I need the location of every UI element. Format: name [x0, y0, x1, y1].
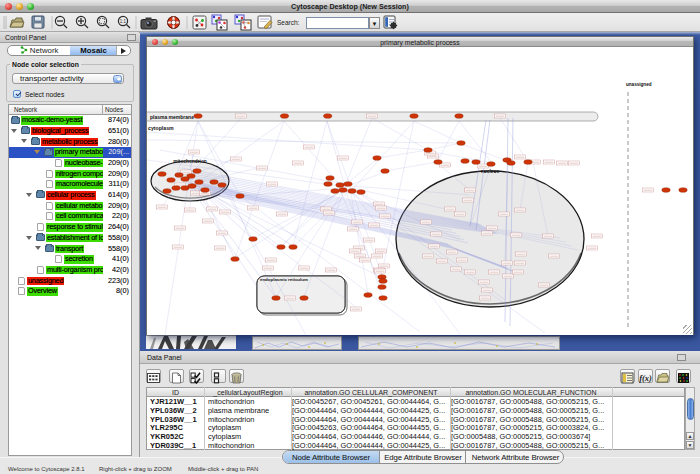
svg-text:endoplasmic reticulum: endoplasmic reticulum — [260, 277, 308, 282]
svg-text:cytoplasm: cytoplasm — [148, 125, 174, 131]
svg-text:1:1: 1:1 — [120, 19, 127, 24]
svg-text:unassigned: unassigned — [626, 82, 652, 87]
svg-text:plasma membrane: plasma membrane — [150, 114, 194, 120]
svg-text:f(x): f(x) — [639, 373, 652, 383]
